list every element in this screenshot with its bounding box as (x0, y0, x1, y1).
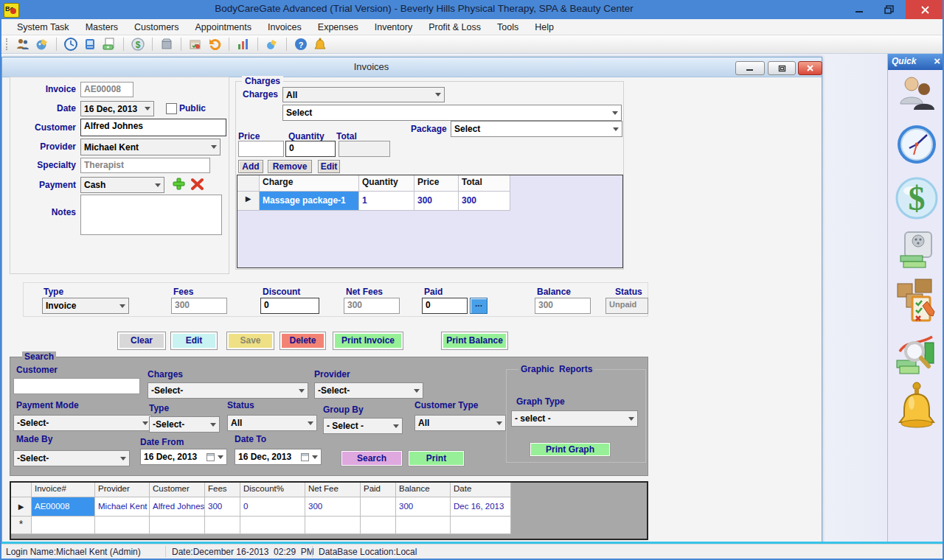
invoices-restore-button[interactable] (768, 61, 796, 75)
charges-col-total[interactable]: Total (459, 175, 510, 192)
window-minimize-button[interactable] (847, 0, 872, 19)
date-from-picker[interactable]: 16 Dec, 2013 (140, 449, 227, 465)
provider-dropdown[interactable]: Michael Kent (80, 139, 221, 155)
charges-col-price[interactable]: Price (414, 175, 459, 192)
reminder-bell-icon[interactable] (313, 37, 327, 52)
expenses-money-icon[interactable] (898, 231, 936, 273)
menu-inventory[interactable]: Inventory (367, 21, 420, 34)
menu-masters[interactable]: Masters (77, 21, 126, 34)
clear-button[interactable]: Clear (117, 332, 166, 350)
charges-filter-dropdown[interactable]: All (282, 87, 445, 102)
col-provider[interactable]: Provider (95, 483, 150, 497)
col-balance[interactable]: Balance (396, 483, 451, 497)
add-button[interactable]: Add (238, 160, 263, 173)
col-customer[interactable]: Customer (150, 483, 205, 497)
type-dropdown[interactable]: Invoice (42, 298, 129, 314)
window-close-button[interactable] (906, 0, 944, 19)
remove-payment-x-icon[interactable] (190, 177, 204, 191)
tools-icon[interactable] (265, 37, 280, 52)
reminder-bell-icon[interactable] (894, 381, 940, 435)
fees-cell[interactable]: 300 (205, 497, 240, 517)
charge-cell[interactable]: Massage package-1 (260, 192, 359, 211)
expenses-dollar-icon[interactable]: $ (131, 37, 145, 52)
quantity-cell[interactable]: 1 (359, 192, 414, 211)
balance-cell[interactable]: 300 (396, 497, 451, 517)
print-button[interactable]: Print (408, 450, 465, 466)
col-fees[interactable]: Fees (205, 483, 240, 497)
menu-invoices[interactable]: Invoices (260, 21, 310, 34)
print-invoice-button[interactable]: Print Invoice (333, 332, 403, 350)
masters-icon[interactable] (35, 37, 49, 52)
payment-dropdown[interactable]: Cash (80, 177, 164, 193)
undo-icon[interactable] (207, 37, 222, 52)
invoices-close-button[interactable] (798, 61, 822, 75)
invoices-icon[interactable] (102, 37, 117, 52)
menu-help[interactable]: Help (527, 21, 562, 34)
netfee-cell[interactable]: 300 (305, 497, 361, 517)
menu-system-task[interactable]: System Task (9, 21, 77, 34)
row-selector[interactable]: ▶ (237, 192, 260, 211)
invoice-dollar-icon[interactable]: $ (895, 175, 939, 225)
menu-appointments[interactable]: Appointments (187, 21, 260, 34)
appointments-clock-icon[interactable] (895, 122, 939, 170)
window-restore-button[interactable] (875, 0, 903, 19)
package-dropdown[interactable]: Select (451, 121, 622, 137)
print-balance-button[interactable]: Print Balance (441, 332, 508, 350)
paid-field[interactable]: 0 (422, 298, 468, 314)
add-payment-plus-icon[interactable] (172, 177, 186, 191)
charges-col-charge[interactable]: Charge (260, 175, 359, 192)
new-row-selector[interactable]: * (11, 517, 32, 534)
row-selector[interactable]: ▶ (11, 497, 32, 517)
help-icon[interactable]: ? (294, 37, 308, 52)
menu-tools[interactable]: Tools (489, 21, 527, 34)
date-cell[interactable]: Dec 16, 2013 (451, 497, 511, 517)
delete-button[interactable]: Delete (280, 332, 326, 350)
graph-type-dropdown[interactable]: - select - (511, 410, 638, 427)
save-button[interactable]: Save (226, 332, 274, 350)
paid-browse-button[interactable]: ... (470, 298, 487, 314)
search-button[interactable]: Search (341, 450, 403, 466)
price-cell[interactable]: 300 (414, 192, 459, 211)
price-field[interactable] (238, 141, 284, 157)
customer-cell[interactable]: Alfred Johnes (150, 497, 205, 517)
payment-mode-dropdown[interactable]: -Select- (13, 415, 152, 431)
public-checkbox[interactable] (166, 103, 177, 114)
inventory-icon[interactable] (159, 37, 174, 52)
charge-select-dropdown[interactable]: Select (282, 105, 622, 121)
quick-close-icon[interactable]: × (934, 55, 940, 67)
col-discount[interactable]: Discount% (240, 483, 305, 497)
edit-button[interactable]: Edit (170, 332, 218, 350)
remove-button[interactable]: Remove (268, 160, 312, 173)
charges-col-quantity[interactable]: Quantity (359, 175, 414, 192)
col-netfee[interactable]: Net Fee (305, 483, 361, 497)
total-cell[interactable]: 300 (459, 192, 510, 211)
date-to-picker[interactable]: 16 Dec, 2013 (235, 449, 322, 465)
menu-expenses[interactable]: Expenses (310, 21, 367, 34)
date-dropdown[interactable]: 16 Dec, 2013 (80, 101, 154, 116)
print-graph-button[interactable]: Print Graph (530, 442, 611, 457)
customer-field[interactable]: Alfred Johnes (80, 119, 226, 136)
discount-field[interactable]: 0 (260, 298, 319, 314)
notes-field[interactable] (80, 195, 222, 235)
edit-charge-button[interactable]: Edit (318, 160, 340, 173)
invoice-cell[interactable]: AE00008 (32, 497, 95, 517)
customers-icon[interactable] (898, 74, 936, 119)
invoices-minimize-button[interactable] (735, 61, 765, 75)
search-status-dropdown[interactable]: All (227, 415, 317, 431)
inventory-boxes-icon[interactable] (893, 273, 940, 329)
search-provider-dropdown[interactable]: -Select- (314, 382, 423, 399)
reports-icon[interactable] (236, 37, 251, 52)
col-date[interactable]: Date (451, 483, 511, 497)
contacts-icon[interactable] (83, 37, 97, 52)
discount-cell[interactable]: 0 (240, 497, 305, 517)
appointments-clock-icon[interactable] (63, 37, 78, 52)
group-by-dropdown[interactable]: - Select - (323, 418, 403, 434)
col-paid[interactable]: Paid (361, 483, 396, 497)
customers-icon[interactable] (15, 37, 30, 52)
menu-profit-loss[interactable]: Profit & Loss (420, 21, 489, 34)
col-invoice[interactable]: Invoice# (32, 483, 95, 497)
paid-cell[interactable] (361, 497, 396, 517)
search-type-dropdown[interactable]: -Select- (149, 416, 220, 433)
customer-type-dropdown[interactable]: All (414, 415, 506, 431)
made-by-dropdown[interactable]: -Select- (13, 450, 130, 466)
